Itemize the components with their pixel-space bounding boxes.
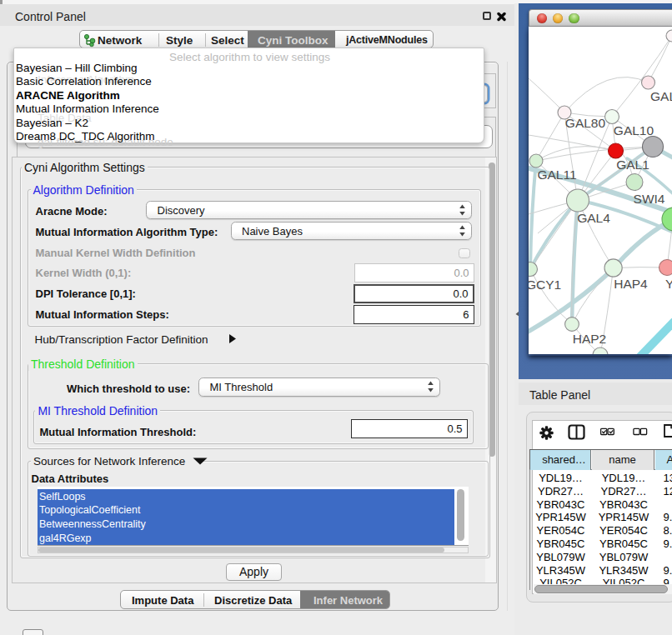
svg-text:GAL80: GAL80 (565, 116, 606, 130)
svg-text:GAL1: GAL1 (616, 158, 649, 172)
svg-text:GAL4: GAL4 (577, 211, 610, 225)
svg-text:GAL11: GAL11 (537, 168, 576, 182)
svg-text:YJ: YJ (665, 277, 672, 291)
svg-text:GAL2: GAL2 (650, 89, 672, 103)
svg-text:HAP4: HAP4 (614, 277, 648, 291)
svg-text:HAP2: HAP2 (573, 332, 607, 346)
svg-text:GCY1: GCY1 (529, 278, 561, 292)
svg-text:GAL10: GAL10 (614, 123, 654, 138)
svg-text:SWI4: SWI4 (634, 192, 665, 206)
